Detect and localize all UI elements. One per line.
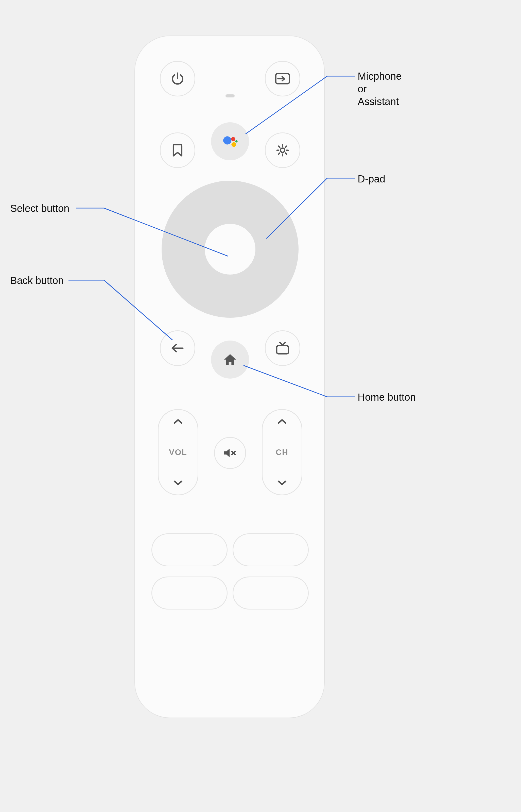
annotation-back: Back button [10, 274, 64, 287]
chevron-up-icon [173, 419, 183, 425]
power-button[interactable] [160, 61, 195, 96]
gear-icon [276, 143, 289, 157]
svg-point-5 [280, 148, 285, 153]
svg-rect-6 [277, 346, 289, 354]
svg-point-1 [223, 136, 231, 144]
volume-label: VOL [169, 448, 187, 457]
bookmark-button[interactable] [160, 133, 195, 168]
mute-button[interactable] [214, 437, 246, 469]
custom-button-3[interactable] [152, 577, 228, 610]
annotation-dpad: D-pad [358, 173, 385, 185]
dpad-ring[interactable] [162, 181, 298, 318]
svg-point-4 [235, 140, 238, 143]
mute-icon [223, 448, 237, 458]
home-button[interactable] [211, 340, 249, 379]
svg-point-3 [231, 142, 236, 147]
input-source-button[interactable] [265, 61, 300, 96]
custom-button-1[interactable] [152, 533, 228, 566]
annotation-microphone: Micphone or Assistant [358, 70, 402, 108]
channel-rocker[interactable]: CH [262, 409, 302, 495]
tv-icon [275, 342, 290, 355]
bookmark-icon [173, 143, 183, 157]
svg-point-2 [231, 137, 235, 141]
back-arrow-icon [171, 342, 185, 354]
status-led [226, 94, 235, 97]
chevron-down-icon [173, 480, 183, 486]
custom-button-4[interactable] [233, 577, 309, 610]
channel-label: CH [276, 448, 288, 457]
assistant-icon [221, 132, 239, 151]
power-icon [170, 71, 185, 86]
chevron-up-icon [277, 419, 287, 425]
settings-button[interactable] [265, 133, 300, 168]
back-button[interactable] [160, 330, 195, 366]
tv-guide-button[interactable] [265, 330, 300, 366]
volume-rocker[interactable]: VOL [158, 409, 198, 495]
input-icon [275, 72, 290, 85]
home-icon [223, 353, 237, 366]
custom-button-2[interactable] [233, 533, 309, 566]
chevron-down-icon [277, 480, 287, 486]
select-button[interactable] [205, 224, 255, 275]
annotation-select: Select button [10, 202, 69, 215]
assistant-button[interactable] [211, 122, 249, 160]
remote-body: VOL CH [134, 36, 325, 718]
annotation-home: Home button [358, 391, 416, 403]
